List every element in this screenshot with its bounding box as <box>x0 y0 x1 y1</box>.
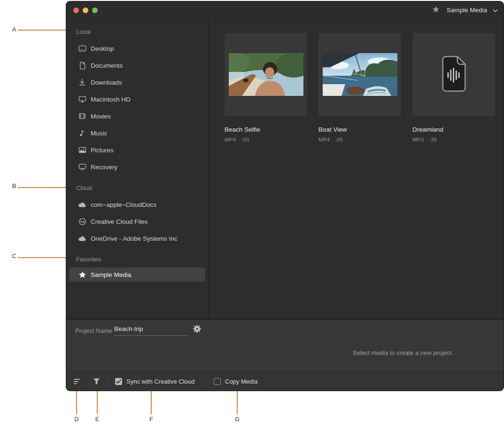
sidebar-item-label: Desktop <box>91 45 114 52</box>
sidebar-item-label: com~apple~CloudDocs <box>91 201 156 208</box>
sidebar: Local Desktop Documents Downloads <box>66 19 209 319</box>
media-grid: Beach Selfie MP4 · :03 <box>209 19 504 319</box>
boat-view-thumbnail <box>323 53 397 96</box>
sync-checkbox-label: Sync with Creative Cloud <box>126 378 194 385</box>
project-hint-text: Select media to create a new project. <box>353 349 453 356</box>
bottom-toolbar: Sync with Creative Cloud Copy Media <box>66 371 504 391</box>
annotation-label-e: E <box>94 416 101 423</box>
creative-cloud-icon <box>78 218 86 226</box>
checkbox-unchecked-icon <box>214 378 221 385</box>
media-item-beach-selfie[interactable]: Beach Selfie MP4 · :03 <box>225 33 307 142</box>
annotation-line-d <box>76 391 77 414</box>
minimize-window-button[interactable] <box>83 8 88 13</box>
media-meta: MP3 · :35 <box>412 137 495 142</box>
sidebar-item-label: Creative Cloud Files <box>91 218 148 225</box>
traffic-lights <box>73 8 98 13</box>
filter-icon[interactable] <box>93 378 100 385</box>
sidebar-item-macintosh-hd[interactable]: Macintosh HD <box>66 91 208 108</box>
music-note-icon <box>78 129 86 137</box>
media-title: Boat View <box>318 126 401 133</box>
display-icon <box>78 95 86 103</box>
media-item-dreamland[interactable]: Dreamland MP3 · :35 <box>412 33 495 142</box>
sidebar-section-local: Local <box>76 28 208 35</box>
sidebar-item-label: Downloads <box>91 79 122 86</box>
annotation-line-c <box>18 257 66 258</box>
cloud-icon <box>78 236 86 242</box>
image-icon <box>78 146 86 154</box>
page: A B C D E F G Sample Media <box>0 0 504 425</box>
sidebar-item-label: OneDrive - Adobe Systems Inc <box>91 235 178 242</box>
audio-file-icon <box>439 56 468 94</box>
media-thumbnail-card <box>225 33 307 116</box>
sidebar-section-favorites: Favorites <box>76 256 208 263</box>
copy-checkbox-label: Copy Media <box>225 378 257 385</box>
chevron-down-icon <box>493 6 498 15</box>
project-name-input[interactable] <box>114 324 188 336</box>
sidebar-item-label: Music <box>91 130 107 137</box>
annotation-label-b: B <box>11 182 17 189</box>
annotation-label-g: G <box>234 416 240 423</box>
annotation-line-a <box>18 30 66 31</box>
sidebar-item-onedrive[interactable]: OneDrive - Adobe Systems Inc <box>66 230 208 247</box>
sidebar-section-cloud: Cloud <box>76 184 208 191</box>
star-icon <box>78 271 86 279</box>
titlebar: Sample Media <box>66 1 504 19</box>
annotation-line-g <box>237 391 238 414</box>
sidebar-item-movies[interactable]: Movies <box>66 108 208 125</box>
media-title: Beach Selfie <box>225 126 307 133</box>
display-icon <box>78 163 86 171</box>
sidebar-item-downloads[interactable]: Downloads <box>66 74 208 91</box>
annotation-label-f: F <box>148 416 155 423</box>
sync-with-creative-cloud-checkbox[interactable]: Sync with Creative Cloud <box>115 372 194 391</box>
sort-icon[interactable] <box>73 378 81 385</box>
maximize-window-button[interactable] <box>92 8 98 13</box>
sidebar-item-desktop[interactable]: Desktop <box>66 40 208 57</box>
browser-content: Local Desktop Documents Downloads <box>66 19 504 319</box>
annotation-line-b <box>18 187 66 188</box>
close-window-button[interactable] <box>73 8 79 13</box>
media-thumbnail-card <box>412 33 495 116</box>
cloud-icon <box>78 202 86 208</box>
sidebar-item-label: Sample Media <box>91 271 131 278</box>
annotation-line-f <box>151 391 152 414</box>
sidebar-item-label: Macintosh HD <box>91 96 131 103</box>
annotation-label-a: A <box>11 26 17 33</box>
annotation-line-e <box>97 391 98 414</box>
project-name-label: Project Name <box>75 327 112 334</box>
sidebar-item-documents[interactable]: Documents <box>66 57 208 74</box>
annotation-label-d: D <box>73 416 80 423</box>
library-name: Sample Media <box>447 7 487 14</box>
library-selector[interactable]: Sample Media <box>432 1 498 19</box>
sidebar-item-creative-cloud-files[interactable]: Creative Cloud Files <box>66 213 208 230</box>
beach-selfie-thumbnail <box>229 53 303 96</box>
media-item-boat-view[interactable]: Boat View MP4 · :05 <box>318 33 401 142</box>
sidebar-item-clouddocs[interactable]: com~apple~CloudDocs <box>66 196 208 213</box>
project-panel: Project Name Select media to create a ne… <box>66 319 504 371</box>
sidebar-item-sample-media[interactable]: Sample Media <box>69 268 205 282</box>
star-icon <box>432 6 440 15</box>
sidebar-item-music[interactable]: Music <box>66 125 208 142</box>
media-meta: MP4 · :03 <box>225 137 307 142</box>
sidebar-item-label: Recovery <box>91 164 117 171</box>
app-window: Sample Media Local Desktop Documents <box>66 1 504 391</box>
download-icon <box>78 79 86 86</box>
sidebar-item-pictures[interactable]: Pictures <box>66 142 208 158</box>
copy-media-checkbox[interactable]: Copy Media <box>214 372 257 391</box>
checkbox-checked-icon <box>115 378 122 385</box>
sidebar-item-label: Documents <box>91 62 123 69</box>
toolbar-divider <box>108 377 109 386</box>
sidebar-item-recovery[interactable]: Recovery <box>66 158 208 175</box>
media-meta: MP4 · :05 <box>318 137 401 142</box>
film-icon <box>78 112 86 120</box>
annotation-label-c: C <box>11 252 17 260</box>
document-icon <box>78 62 86 70</box>
media-title: Dreamland <box>412 126 495 133</box>
sidebar-item-label: Movies <box>91 113 111 120</box>
gear-icon[interactable] <box>193 324 202 335</box>
media-thumbnail-card <box>318 33 401 116</box>
desktop-icon <box>78 45 86 53</box>
sidebar-item-label: Pictures <box>91 147 114 154</box>
